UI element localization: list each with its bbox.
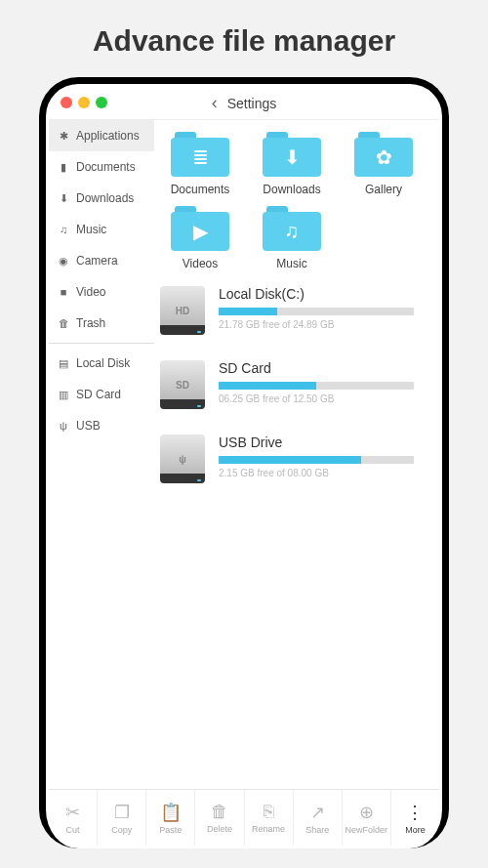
toolbar-newfolder-button[interactable]: ⊕NewFolder bbox=[343, 790, 391, 846]
bottom-toolbar: ✂Cut❐Copy📋Paste🗑Delete⎘Rename↗Share⊕NewF… bbox=[49, 789, 439, 846]
page-title: Advance file manager bbox=[0, 0, 488, 77]
drive-bar bbox=[219, 382, 414, 390]
folder-icon: ⬇ bbox=[263, 132, 321, 177]
sidebar-separator bbox=[49, 343, 154, 344]
sidebar-icon: ♫ bbox=[57, 224, 70, 235]
toolbar-label: Copy bbox=[111, 825, 132, 835]
folder-icon: ✿ bbox=[354, 132, 413, 177]
toolbar-paste-button[interactable]: 📋Paste bbox=[146, 790, 195, 846]
drive-free-text: 21.78 GB free of 24.89 GB bbox=[219, 319, 424, 330]
drive-bar bbox=[219, 456, 414, 464]
folder-label: Music bbox=[276, 257, 306, 270]
maximize-icon[interactable] bbox=[96, 97, 107, 108]
toolbar-share-button[interactable]: ↗Share bbox=[294, 790, 343, 846]
back-icon[interactable]: ‹ bbox=[212, 93, 218, 113]
sidebar-icon: ▮ bbox=[57, 161, 70, 174]
sidebar-label: Camera bbox=[76, 254, 118, 268]
sidebar: ✱Applications▮Documents⬇Downloads♫Music◉… bbox=[49, 120, 154, 789]
drive-sd-card[interactable]: SDSD Card06.25 GB free of 12.50 GB bbox=[160, 360, 433, 409]
rename-icon: ⎘ bbox=[264, 802, 274, 822]
minimize-icon[interactable] bbox=[78, 97, 90, 108]
toolbar-copy-button[interactable]: ❐Copy bbox=[98, 790, 146, 846]
close-icon[interactable] bbox=[61, 97, 72, 108]
sidebar-icon: ✱ bbox=[57, 130, 70, 143]
sidebar-label: Trash bbox=[76, 316, 105, 330]
topbar-title: Settings bbox=[227, 96, 277, 111]
sidebar-icon: ■ bbox=[57, 286, 70, 298]
sidebar-icon: ▤ bbox=[57, 357, 70, 370]
sidebar-item-music[interactable]: ♫Music bbox=[49, 214, 154, 245]
sidebar-icon: ⬇ bbox=[57, 192, 70, 205]
folder-icon: ♫ bbox=[263, 206, 321, 251]
share-icon: ↗ bbox=[310, 802, 325, 823]
paste-icon: 📋 bbox=[160, 802, 182, 823]
drive-free-text: 06.25 GB free of 12.50 GB bbox=[219, 393, 424, 404]
folder-videos[interactable]: ▶Videos bbox=[160, 206, 240, 270]
topbar: ‹ Settings bbox=[49, 87, 439, 120]
sidebar-item-camera[interactable]: ◉Camera bbox=[49, 245, 154, 276]
sidebar-label: Documents bbox=[76, 160, 136, 174]
sidebar-icon: ◉ bbox=[57, 255, 70, 268]
copy-icon: ❐ bbox=[114, 802, 130, 823]
toolbar-delete-button[interactable]: 🗑Delete bbox=[195, 790, 244, 846]
toolbar-cut-button[interactable]: ✂Cut bbox=[49, 790, 98, 846]
toolbar-label: Share bbox=[305, 825, 329, 835]
toolbar-more-button[interactable]: ⋮More bbox=[391, 790, 439, 846]
drive-icon: HD bbox=[160, 286, 205, 335]
toolbar-label: Cut bbox=[66, 825, 80, 835]
sidebar-item-sd-card[interactable]: ▥SD Card bbox=[49, 379, 154, 410]
sidebar-label: Video bbox=[76, 285, 105, 299]
sidebar-label: Local Disk bbox=[76, 356, 130, 370]
toolbar-label: Paste bbox=[159, 825, 182, 835]
drive-icon: ψ bbox=[160, 434, 205, 483]
folder-music[interactable]: ♫Music bbox=[252, 206, 332, 270]
cut-icon: ✂ bbox=[65, 802, 80, 823]
sidebar-icon: ψ bbox=[57, 420, 70, 432]
sidebar-item-video[interactable]: ■Video bbox=[49, 276, 154, 308]
toolbar-label: Delete bbox=[207, 824, 232, 834]
delete-icon: 🗑 bbox=[211, 802, 228, 822]
folder-documents[interactable]: ≣Documents bbox=[160, 132, 240, 196]
sidebar-icon: ▥ bbox=[57, 389, 70, 401]
folder-label: Downloads bbox=[263, 183, 320, 196]
toolbar-label: NewFolder bbox=[346, 825, 388, 835]
toolbar-label: Rename bbox=[252, 824, 285, 834]
sidebar-item-applications[interactable]: ✱Applications bbox=[49, 120, 154, 151]
drive-name: USB Drive bbox=[219, 434, 424, 450]
traffic-lights bbox=[61, 97, 107, 108]
folder-icon: ▶ bbox=[171, 206, 229, 251]
folder-grid: ≣Documents⬇Downloads✿Gallery▶Videos♫Musi… bbox=[160, 132, 433, 270]
folder-icon: ≣ bbox=[171, 132, 229, 177]
sidebar-label: Music bbox=[76, 223, 106, 236]
sidebar-icon: 🗑 bbox=[57, 317, 70, 329]
folder-label: Videos bbox=[183, 257, 218, 270]
toolbar-rename-button[interactable]: ⎘Rename bbox=[245, 790, 294, 846]
main-panel: ≣Documents⬇Downloads✿Gallery▶Videos♫Musi… bbox=[154, 120, 439, 789]
sidebar-item-downloads[interactable]: ⬇Downloads bbox=[49, 183, 154, 214]
newfolder-icon: ⊕ bbox=[359, 802, 374, 823]
drive-free-text: 2.15 GB free of 08.00 GB bbox=[219, 468, 424, 478]
drive-name: Local Disk(C:) bbox=[219, 286, 424, 302]
drives-list: HDLocal Disk(C:)21.78 GB free of 24.89 G… bbox=[160, 286, 433, 483]
drive-local-disk-c--[interactable]: HDLocal Disk(C:)21.78 GB free of 24.89 G… bbox=[160, 286, 433, 335]
drive-bar bbox=[219, 308, 414, 315]
drive-name: SD Card bbox=[219, 360, 424, 376]
folder-label: Gallery bbox=[365, 183, 402, 196]
sidebar-label: Applications bbox=[76, 129, 140, 143]
sidebar-label: Downloads bbox=[76, 191, 134, 205]
drive-icon: SD bbox=[160, 360, 205, 409]
toolbar-label: More bbox=[405, 825, 426, 835]
sidebar-item-local-disk[interactable]: ▤Local Disk bbox=[49, 348, 154, 379]
sidebar-item-documents[interactable]: ▮Documents bbox=[49, 151, 154, 183]
sidebar-item-usb[interactable]: ψUSB bbox=[49, 410, 154, 441]
folder-downloads[interactable]: ⬇Downloads bbox=[252, 132, 332, 196]
phone-frame: ‹ Settings ✱Applications▮Documents⬇Downl… bbox=[39, 77, 449, 848]
folder-label: Documents bbox=[171, 183, 230, 196]
sidebar-item-trash[interactable]: 🗑Trash bbox=[49, 308, 154, 339]
folder-gallery[interactable]: ✿Gallery bbox=[344, 132, 424, 196]
sidebar-label: SD Card bbox=[76, 388, 121, 401]
sidebar-label: USB bbox=[76, 419, 101, 433]
drive-usb-drive[interactable]: ψUSB Drive2.15 GB free of 08.00 GB bbox=[160, 434, 433, 483]
more-icon: ⋮ bbox=[406, 802, 424, 823]
